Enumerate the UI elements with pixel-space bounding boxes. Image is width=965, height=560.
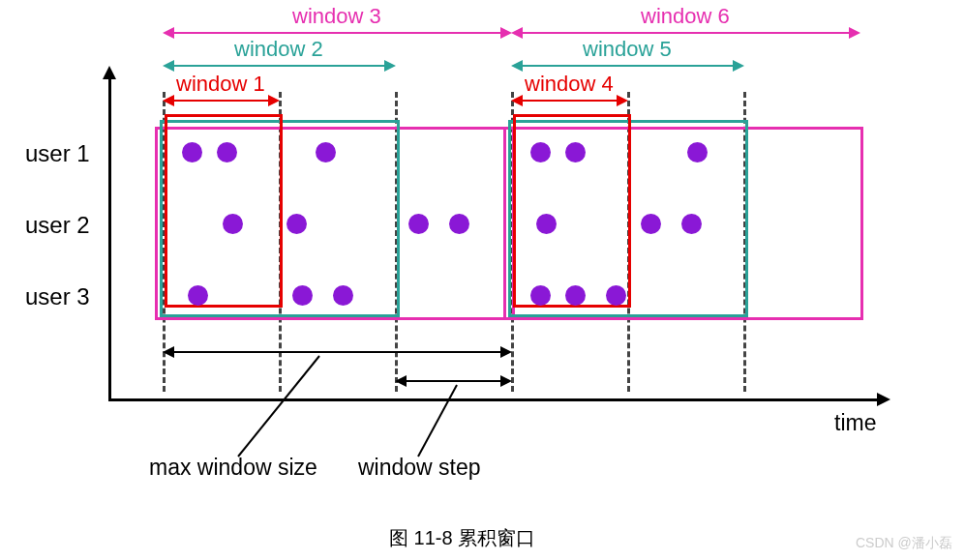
diagram-canvas: time user 1 user 2 user 3 wind: [0, 0, 965, 560]
maxwindow-label: max window size: [149, 455, 317, 481]
svg-line-0: [238, 356, 319, 457]
watermark: CSDN @潘小磊: [856, 535, 952, 552]
windowstep-label: window step: [358, 455, 481, 481]
figure-caption: 图 11-8 累积窗口: [389, 525, 535, 551]
svg-line-1: [418, 385, 457, 457]
leader-lines: [0, 0, 965, 560]
